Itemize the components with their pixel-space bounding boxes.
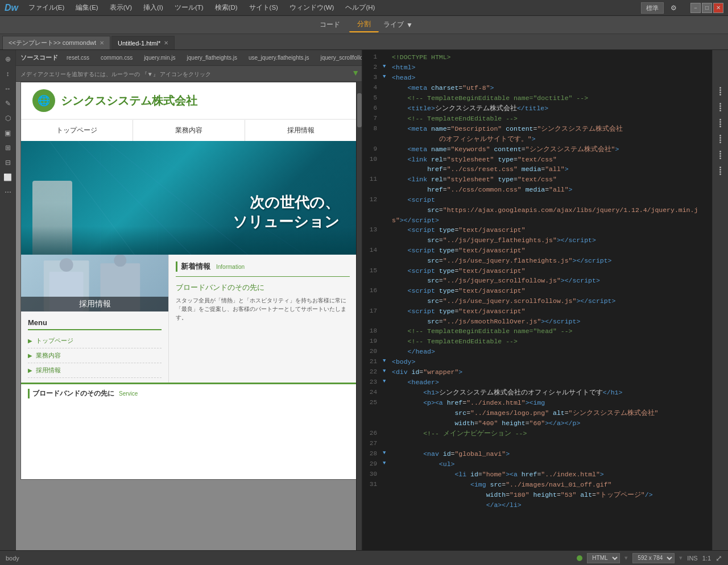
line-num-18: 18 — [363, 326, 383, 336]
line-arrow-28[interactable]: ▼ — [383, 449, 392, 458]
line-content-9: <meta name="Keywords" content="シンクスシステム株… — [392, 144, 712, 155]
menu-link-business[interactable]: ▶ 業務内容 — [28, 348, 162, 363]
line-content-8: <meta name="Description" content="シンクスシス… — [392, 124, 712, 144]
line-arrow-21[interactable]: ▼ — [383, 357, 392, 365]
tab-template-close[interactable]: ✕ — [100, 40, 104, 46]
rsidebar-icon-1[interactable] — [714, 84, 727, 98]
code-line-5: 5 <!-- TemplateBeginEditable name="docti… — [363, 93, 712, 103]
right-content: 新着情報 Information ブロードバンドのその先に スタッフ全員が「情熱… — [169, 255, 357, 383]
menu-help[interactable]: ヘルプ(H) — [343, 2, 377, 13]
service-header: ブロードバンドのその先に Service — [28, 389, 350, 398]
rsidebar-icon-4[interactable] — [714, 132, 727, 146]
file-type-dropdown[interactable]: HTML — [587, 553, 620, 563]
menu-tools[interactable]: ツール(T) — [172, 2, 206, 13]
view-toolbar: コード 分割 ライブ ▼ — [0, 16, 728, 34]
line-arrow-23[interactable]: ▼ — [383, 377, 392, 386]
code-line-23: 23 ▼ <header> — [363, 377, 712, 388]
code-line-1: 1 <!DOCTYPE HTML> — [363, 52, 712, 63]
tab-untitled[interactable]: Untitled-1.html* ✕ — [111, 36, 175, 49]
menu-file[interactable]: ファイル(E) — [26, 2, 67, 13]
line-arrow-18 — [383, 326, 392, 327]
sidebar-icon-more[interactable]: ⋯ — [1, 185, 15, 199]
split-view-button[interactable]: 分割 — [349, 17, 379, 32]
code-view-button[interactable]: コード — [312, 18, 348, 32]
hero-text-line1: 次の世代の、 — [250, 194, 340, 211]
ruler: メディアクエリーを追加するには、ルーラーの 『▼』 アイコンをクリック ▼ — [16, 66, 362, 82]
menu-insert[interactable]: 挿入(I) — [141, 2, 166, 13]
hero-text: 次の世代の、 ソリューション — [233, 193, 340, 232]
nav-recruit[interactable]: 採用情報 — [245, 120, 357, 141]
file-tab-use-flatheights[interactable]: use_jquery.flatheights.js — [246, 53, 312, 62]
design-preview[interactable]: 🌐 シンクスシステム株式会社 トップページ 業務内容 採用情報 — [16, 82, 362, 550]
line-num-11: 11 — [363, 175, 383, 184]
ruler-add-media-query[interactable]: ▼ — [351, 68, 359, 77]
line-num-6: 6 — [363, 103, 383, 113]
menu-edit[interactable]: 編集(E) — [73, 2, 100, 13]
sidebar-icon-arrow2[interactable]: ↔ — [1, 82, 15, 95]
design-scrollbar[interactable] — [356, 82, 362, 550]
live-view-dropdown[interactable]: ライブ ▼ — [380, 18, 416, 32]
file-tab-scrollfollow[interactable]: jquery_scrollfollow.js — [317, 53, 362, 62]
line-arrow-20 — [383, 347, 392, 347]
sidebar-icon-draw[interactable]: ✎ — [1, 97, 15, 110]
sidebar-icon-media[interactable]: ⬡ — [1, 111, 15, 125]
menu-site[interactable]: サイト(S) — [247, 2, 280, 13]
menu-link-top[interactable]: ▶ トップページ — [28, 334, 162, 348]
tab-template[interactable]: <<テンプレート>> commondwt ✕ — [2, 36, 110, 49]
sidebar-icon-insert[interactable]: ⊕ — [1, 52, 15, 66]
sidebar-icon-spry[interactable]: ⊟ — [1, 156, 15, 169]
workspace-dropdown[interactable]: 標準 — [641, 2, 664, 14]
line-content-5: <!-- TemplateBeginEditable name="doctitl… — [392, 93, 712, 103]
file-tab-common[interactable]: common.css — [98, 53, 135, 62]
code-line-30: 30 <li id="home"><a href="../index.html"… — [363, 470, 712, 480]
svg-point-10 — [114, 255, 126, 267]
code-line-3: 3 ▼ <head> — [363, 73, 712, 83]
line-arrow-29[interactable]: ▼ — [383, 459, 392, 468]
nav-top[interactable]: トップページ — [21, 120, 133, 141]
sidebar-icon-jquery[interactable]: ⬜ — [1, 171, 15, 184]
media-query-hint: メディアクエリーを追加するには、ルーラーの 『▼』 アイコンをクリック — [16, 67, 216, 82]
line-arrow-27 — [383, 439, 392, 439]
file-tab-jquery[interactable]: jquery.min.js — [141, 53, 178, 62]
design-scrollbar-thumb[interactable] — [357, 93, 362, 127]
menu-link-recruit[interactable]: ▶ 採用情報 — [28, 363, 162, 378]
menu-window[interactable]: ウィンドウ(W) — [287, 2, 337, 13]
menu-view[interactable]: 表示(V) — [107, 2, 134, 13]
news-headline[interactable]: ブロードバンドのその先に — [176, 282, 350, 293]
rsidebar-icon-3[interactable] — [714, 116, 727, 130]
file-tab-flatheights[interactable]: jquery_flatheights.js — [184, 53, 240, 62]
rsidebar-icon-2[interactable] — [714, 100, 727, 114]
rsidebar-icon-6[interactable] — [714, 164, 727, 177]
left-sidebar: ⊕ ↕ ↔ ✎ ⬡ ▣ ⊞ ⊟ ⬜ ⋯ — [0, 50, 16, 550]
line-arrow-14 — [383, 246, 392, 246]
code-area[interactable]: 1 <!DOCTYPE HTML> 2 ▼ <html> 3 ▼ <head> … — [363, 50, 712, 550]
line-arrow-22[interactable]: ▼ — [383, 367, 392, 376]
line-arrow-3[interactable]: ▼ — [383, 73, 392, 81]
code-line-8: 8 <meta name="Description" content="シンクス… — [363, 124, 712, 144]
nav-business[interactable]: 業務内容 — [133, 120, 245, 141]
minimize-button[interactable]: － — [690, 3, 701, 13]
tab-untitled-close[interactable]: ✕ — [164, 40, 168, 46]
maximize-icon[interactable]: ⤢ — [715, 554, 722, 563]
code-line-17: 17 <script type="text/javascript" src=".… — [363, 306, 712, 327]
file-tab-reset[interactable]: reset.css — [64, 53, 92, 62]
dimensions-dropdown[interactable]: 592 x 784 — [632, 553, 675, 563]
maximize-button[interactable]: □ — [702, 3, 712, 13]
line-num-15: 15 — [363, 266, 383, 276]
line-arrow-16 — [383, 286, 392, 286]
news-header: 新着情報 Information — [176, 261, 350, 272]
site-logo-icon: 🌐 — [32, 89, 55, 112]
line-num-30: 30 — [363, 470, 383, 479]
rsidebar-icon-5[interactable] — [714, 148, 727, 161]
menu-search[interactable]: 検索(D) — [213, 2, 240, 13]
settings-icon[interactable]: ⚙ — [668, 3, 679, 13]
sidebar-icon-arrow[interactable]: ↕ — [1, 67, 15, 81]
line-arrow-2[interactable]: ▼ — [383, 63, 392, 71]
code-line-9: 9 <meta name="Keywords" content="シンクスシステ… — [363, 144, 712, 155]
sidebar-icon-form[interactable]: ▣ — [1, 126, 15, 140]
line-num-3: 3 — [363, 73, 383, 82]
status-left: body — [6, 555, 571, 562]
close-button[interactable]: ✕ — [713, 3, 723, 13]
sidebar-icon-table[interactable]: ⊞ — [1, 141, 15, 155]
line-content-18: <!-- TemplateBeginEditable name="head" -… — [392, 326, 712, 336]
